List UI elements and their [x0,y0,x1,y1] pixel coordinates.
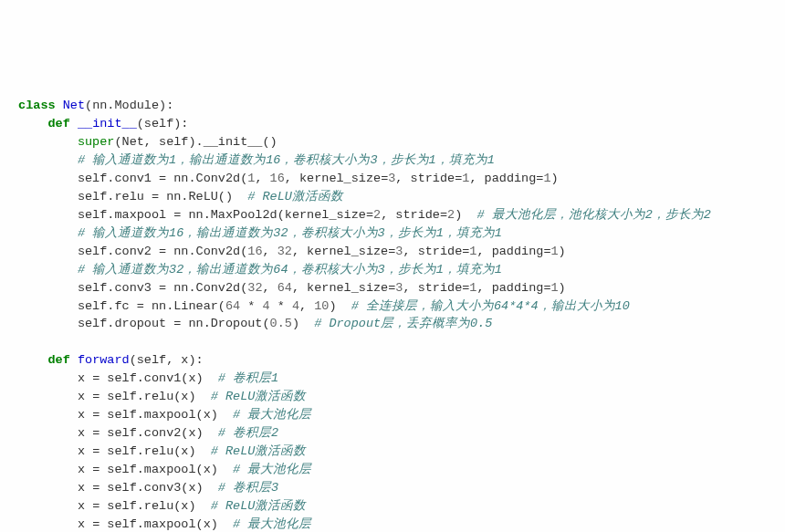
keyword-def: def [48,117,70,130]
fn-name: __init__ [78,117,137,130]
num: 4 [292,299,299,313]
num: 32 [277,245,292,258]
line: x = self.maxpool(x) # 最大池化层 [11,408,311,422]
line: def forward(self, x): [11,353,204,367]
text: , padding [469,172,536,185]
line: x = self.maxpool(x) # 最大池化层 [11,463,311,476]
text: ) [551,172,559,185]
line: self.conv1 = nn.Conv2d(1, 16, kernel_siz… [11,172,559,185]
comment: # Dropout层，丢弃概率为0.5 [314,317,492,330]
text: , stride [403,281,462,295]
text: nn.ReLU() [159,190,247,203]
op: = [366,208,373,222]
num: 64 [225,299,240,313]
num: 2 [373,208,381,222]
line: super(Net, self).__init__() [11,135,277,149]
text: , kernel_size [292,281,388,295]
text: self.conv2 [78,245,159,258]
text: , stride [403,245,462,258]
comment: # 卷积层3 [218,481,278,495]
text: self.maxpool(x) [99,408,233,422]
line: self.relu = nn.ReLU() # ReLU激活函数 [11,190,343,203]
text: nn.Conv2d( [166,172,247,185]
num: 1 [543,172,550,185]
text: ) [292,317,314,330]
text: (Net, self).__init__() [114,135,277,149]
comment: # 最大池化层，池化核大小为2，步长为2 [476,208,710,222]
num: 32 [247,281,262,295]
text: , padding [476,245,543,258]
text: nn.Dropout( [181,317,269,330]
line: self.maxpool = nn.MaxPool2d(kernel_size=… [11,208,711,222]
code-block: class Net(nn.Module): def __init__(self)… [11,78,774,532]
text: (nn.Module): [85,99,173,112]
text: x [78,517,92,531]
builtin: super [78,135,115,149]
num: 1 [551,281,559,295]
text: , [299,299,314,313]
op: = [159,245,166,258]
text: x [78,499,92,513]
num: 0.5 [270,317,292,330]
args: (self): [137,117,189,130]
text: , [255,172,269,185]
comment: # ReLU激活函数 [211,499,307,513]
num: 16 [270,172,285,185]
text: nn.Conv2d( [166,245,247,258]
text: nn.MaxPool2d(kernel_size [181,208,366,222]
class-name: Net [63,99,85,112]
num: 1 [551,245,559,258]
text: nn.Linear( [144,299,225,313]
text: , kernel_size [285,172,381,185]
text: , stride [381,208,440,222]
comment: # 输入通道数为16，输出通道数为32，卷积核大小为3，步长为1，填充为1 [78,226,502,240]
text: self.relu(x) [99,444,211,458]
text: , padding [476,281,543,295]
text: , [262,245,277,258]
text: x [78,426,92,440]
comment: # ReLU激活函数 [211,390,307,403]
text: self.relu(x) [99,390,211,403]
line: x = self.relu(x) # ReLU激活函数 [11,499,306,513]
op: = [440,208,447,222]
text: self.relu [78,190,152,203]
text: self.conv3(x) [99,481,218,495]
text [285,299,292,313]
text: self.maxpool(x) [99,517,233,531]
text [255,299,262,313]
comment: # ReLU激活函数 [247,190,343,203]
line: # 输入通道数为32，输出通道数为64，卷积核大小为3，步长为1，填充为1 [11,263,502,276]
text: x [78,481,92,495]
line: x = self.conv2(x) # 卷积层2 [11,426,278,440]
comment: # 输入通道数为1，输出通道数为16，卷积核大小为3，步长为1，填充为1 [78,153,495,167]
line: # 输入通道数为1，输出通道数为16，卷积核大小为3，步长为1，填充为1 [11,153,495,167]
op: = [543,281,550,295]
args: (self, x): [130,353,204,367]
line: x = self.conv1(x) # 卷积层1 [11,371,278,385]
text: ) [329,299,351,313]
op: = [137,299,144,313]
op: = [159,281,166,295]
text: x [78,444,92,458]
comment: # 卷积层2 [218,426,278,440]
text: x [78,390,92,403]
line: self.fc = nn.Linear(64 * 4 * 4, 10) # 全连… [11,299,630,313]
text: , kernel_size [292,245,388,258]
text: ) [559,281,566,295]
text: , stride [395,172,455,185]
line: x = self.conv3(x) # 卷积层3 [11,481,278,495]
text: x [78,371,92,385]
num: 16 [247,245,262,258]
line: self.dropout = nn.Dropout(0.5) # Dropout… [11,317,492,330]
num: 2 [447,208,455,222]
text: nn.Conv2d( [166,281,247,295]
text: x [78,408,92,422]
text: self.relu(x) [99,499,211,513]
line: self.conv2 = nn.Conv2d(16, 32, kernel_si… [11,245,566,258]
comment: # 卷积层1 [218,371,278,385]
text: x [78,463,92,476]
text: self.conv1(x) [99,371,218,385]
line: x = self.relu(x) # ReLU激活函数 [11,390,306,403]
num: 64 [277,281,292,295]
text [270,299,277,313]
